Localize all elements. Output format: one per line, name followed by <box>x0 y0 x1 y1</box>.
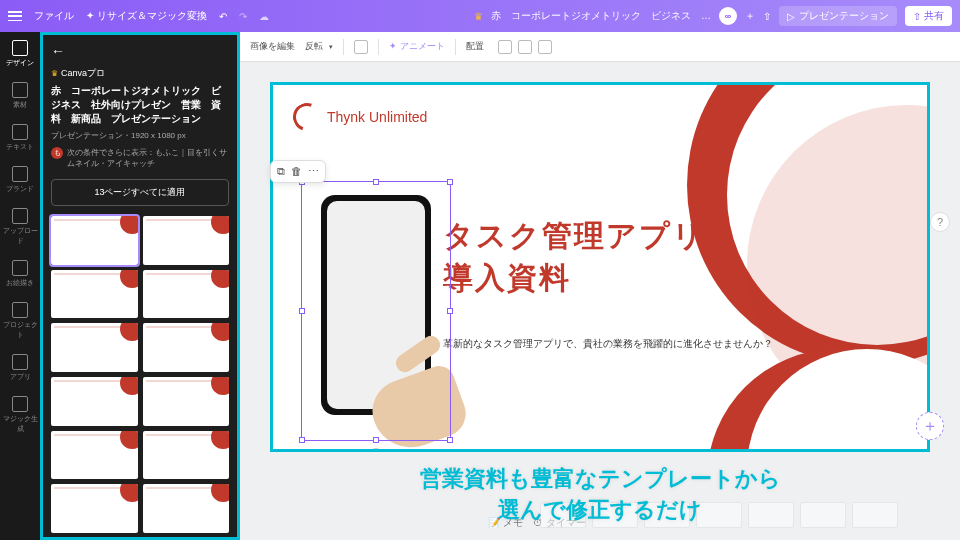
page-thumb[interactable] <box>51 484 138 533</box>
page-thumb[interactable] <box>51 323 138 372</box>
avatar[interactable]: ∞ <box>719 7 737 25</box>
rail-design[interactable]: デザイン <box>0 40 40 68</box>
page-thumb[interactable] <box>143 484 230 533</box>
strip-thumb[interactable] <box>592 502 638 528</box>
back-button[interactable]: ← <box>51 43 229 59</box>
more-icon[interactable]: ⋯ <box>308 165 319 178</box>
redo-icon[interactable]: ↷ <box>239 11 247 22</box>
present-button[interactable]: ▷ プレゼンテーション <box>779 6 897 26</box>
share-button[interactable]: ⇧ 共有 <box>905 6 952 26</box>
canvas-area: 画像を編集 反転▾ ✦ アニメート 配置 Thynk Unlimited タスク… <box>240 32 960 540</box>
floating-element-toolbar: ⧉ 🗑 ⋯ <box>270 160 326 183</box>
resize-menu[interactable]: ✦ リサイズ＆マジック変換 <box>86 9 207 23</box>
page-thumb[interactable] <box>143 216 230 265</box>
page-thumb[interactable] <box>51 270 138 319</box>
page-thumb[interactable] <box>143 323 230 372</box>
file-menu[interactable]: ファイル <box>34 9 74 23</box>
rail-projects[interactable]: プロジェクト <box>0 302 40 340</box>
animate-button[interactable]: ✦ アニメート <box>389 40 445 53</box>
strip-thumb[interactable] <box>696 502 742 528</box>
pro-badge: ♛Canvaプロ <box>51 67 229 80</box>
lock-icon[interactable] <box>518 40 532 54</box>
menu-icon[interactable] <box>8 11 22 21</box>
strip-thumb[interactable] <box>644 502 690 528</box>
link-icon[interactable] <box>538 40 552 54</box>
page-strip <box>540 502 940 534</box>
duplicate-icon[interactable]: ⧉ <box>277 165 285 178</box>
template-panel: ← ♛Canvaプロ 赤 コーポレートジオメトリック ビジネス 社外向けプレゼン… <box>40 32 240 540</box>
strip-thumb[interactable] <box>748 502 794 528</box>
add-page-fab[interactable]: ＋ <box>916 412 944 440</box>
cloud-sync-icon: ☁ <box>259 11 269 22</box>
template-title: 赤 コーポレートジオメトリック ビジネス 社外向けプレゼン 営業 資料 新商品 … <box>51 84 229 126</box>
page-thumb[interactable] <box>51 377 138 426</box>
delete-icon[interactable]: 🗑 <box>291 165 302 178</box>
selection-box[interactable]: ⟳ <box>301 181 451 441</box>
rail-apps[interactable]: アプリ <box>0 354 40 382</box>
rotate-handle-icon[interactable]: ⟳ <box>368 448 384 452</box>
position-button[interactable]: 配置 <box>466 40 484 53</box>
strip-thumb[interactable] <box>852 502 898 528</box>
rail-upload[interactable]: アップロード <box>0 208 40 246</box>
flip-button[interactable]: 反転 <box>305 40 323 53</box>
rail-magic[interactable]: マジック生成 <box>0 396 40 434</box>
top-bar: ファイル ✦ リサイズ＆マジック変換 ↶ ↷ ☁ ♛ 赤 コーポレートジオメトリ… <box>0 0 960 32</box>
crop-icon[interactable] <box>354 40 368 54</box>
template-pages-grid <box>51 216 229 533</box>
rail-text[interactable]: テキスト <box>0 124 40 152</box>
page-thumb[interactable] <box>51 216 138 265</box>
page-thumb[interactable] <box>143 377 230 426</box>
rail-elements[interactable]: 素材 <box>0 82 40 110</box>
left-rail: デザイン 素材 テキスト ブランド アップロード お絵描き プロジェクト アプリ… <box>0 32 40 540</box>
rail-draw[interactable]: お絵描き <box>0 260 40 288</box>
page-thumb[interactable] <box>51 431 138 480</box>
undo-icon[interactable]: ↶ <box>219 11 227 22</box>
add-icon[interactable]: ＋ <box>745 9 755 23</box>
crown-icon: ♛ <box>474 11 483 22</box>
page-thumb[interactable] <box>143 270 230 319</box>
notes-button[interactable]: 📝 メモ <box>488 516 523 530</box>
context-toolbar: 画像を編集 反転▾ ✦ アニメート 配置 <box>240 32 960 62</box>
apply-all-button[interactable]: 13ページすべてに適用 <box>51 179 229 206</box>
rail-brand[interactable]: ブランド <box>0 166 40 194</box>
transparency-icon[interactable] <box>498 40 512 54</box>
help-icon[interactable]: ? <box>930 212 950 232</box>
logo-ring-icon <box>288 98 325 135</box>
page-thumb[interactable] <box>143 431 230 480</box>
strip-thumb[interactable] <box>800 502 846 528</box>
slide-heading[interactable]: タスク管理アプリ導入資料 <box>443 215 705 299</box>
edit-image-button[interactable]: 画像を編集 <box>250 40 295 53</box>
analytics-icon[interactable]: ⇧ <box>763 11 771 22</box>
slide-subtext[interactable]: 革新的なタスク管理アプリで、貴社の業務を飛躍的に進化させませんか？ <box>443 337 773 351</box>
strip-thumb[interactable] <box>540 502 586 528</box>
document-title[interactable]: 赤 コーポレートジオメトリック ビジネス 社外向けプレ... <box>491 9 711 23</box>
slide-logo[interactable]: Thynk Unlimited <box>293 103 427 131</box>
slide-canvas[interactable]: Thynk Unlimited タスク管理アプリ導入資料 革新的なタスク管理アプ… <box>270 82 930 452</box>
template-condition[interactable]: も次の条件でさらに表示：もふこ｜目を引くサムネイル・アイキャッチ <box>51 147 229 169</box>
template-meta: プレゼンテーション・1920 x 1080 px <box>51 130 229 141</box>
